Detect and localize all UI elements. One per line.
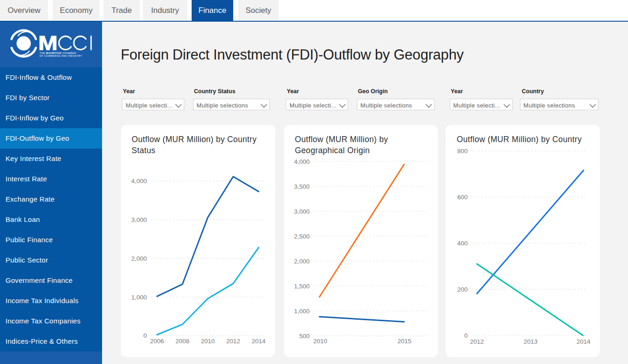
svg-text:3,500: 3,500 [294, 183, 309, 190]
svg-text:OF COMMERCE AND INDUSTRY: OF COMMERCE AND INDUSTRY [40, 54, 83, 57]
svg-text:3,000: 3,000 [294, 208, 309, 215]
svg-text:800: 800 [457, 148, 468, 155]
svg-text:2012: 2012 [226, 338, 240, 345]
svg-text:2014: 2014 [252, 338, 266, 345]
svg-text:2008: 2008 [175, 338, 189, 345]
svg-text:2,000: 2,000 [294, 258, 309, 265]
svg-text:Status: Status [132, 146, 156, 155]
svg-text:2,000: 2,000 [131, 255, 147, 262]
svg-text:1,000: 1,000 [294, 308, 309, 315]
svg-text:2,500: 2,500 [294, 233, 309, 240]
svg-text:4,000: 4,000 [294, 158, 309, 165]
svg-text:2013: 2013 [524, 338, 537, 345]
svg-text:500: 500 [299, 333, 309, 340]
svg-text:0: 0 [464, 332, 468, 339]
svg-text:600: 600 [457, 194, 468, 201]
svg-text:2014: 2014 [577, 338, 591, 345]
svg-text:3,000: 3,000 [131, 216, 147, 223]
svg-text:THE MAURITIUS CHAMBER: THE MAURITIUS CHAMBER [40, 51, 77, 54]
svg-text:2015: 2015 [397, 338, 411, 345]
svg-text:2010: 2010 [313, 338, 327, 345]
svg-text:Outflow (MUR Million) by: Outflow (MUR Million) by [295, 135, 388, 144]
svg-text:4,000: 4,000 [131, 178, 147, 185]
svg-text:2012: 2012 [470, 338, 484, 345]
svg-text:1,500: 1,500 [294, 283, 309, 290]
svg-text:Geographical Origin: Geographical Origin [295, 146, 369, 155]
svg-text:400: 400 [457, 240, 468, 247]
svg-text:1,000: 1,000 [131, 294, 147, 301]
svg-text:2010: 2010 [201, 338, 215, 345]
svg-text:2006: 2006 [150, 338, 164, 345]
svg-text:200: 200 [457, 286, 468, 293]
svg-text:Outflow (MUR Million) by Count: Outflow (MUR Million) by Country [457, 135, 582, 144]
svg-text:0: 0 [143, 332, 147, 339]
svg-text:Outflow (MUR Million) by Count: Outflow (MUR Million) by Country [132, 135, 257, 144]
